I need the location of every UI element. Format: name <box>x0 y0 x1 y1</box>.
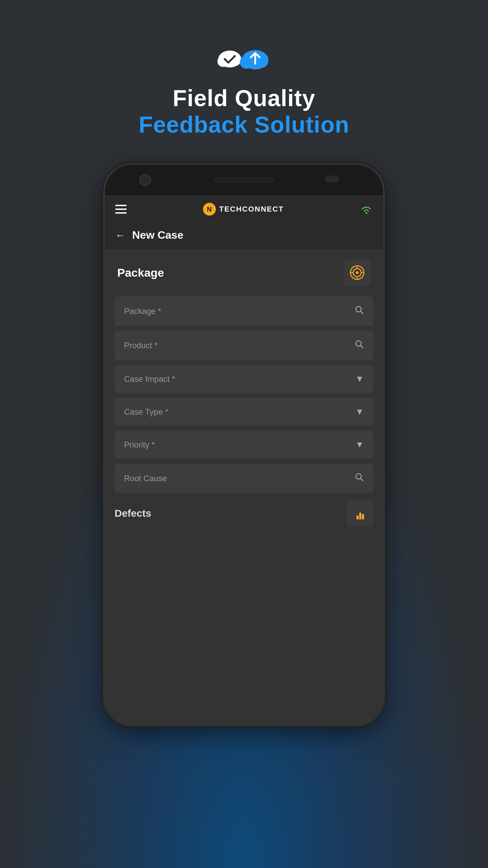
brand-subtitle: Feedback Solution <box>139 111 349 138</box>
product-field[interactable]: Product * <box>115 331 373 360</box>
priority-dropdown-icon: ▼ <box>355 439 364 450</box>
hamburger-line-1 <box>115 205 127 206</box>
front-camera <box>139 174 151 186</box>
package-field[interactable]: Package * <box>115 296 373 326</box>
defects-section-row: Defects <box>115 500 373 527</box>
priority-field-label: Priority * <box>124 440 155 450</box>
scan-target-icon <box>349 264 365 281</box>
root-cause-search-icon <box>354 472 364 484</box>
defects-section-title: Defects <box>115 508 151 519</box>
defects-action-button[interactable] <box>346 500 373 527</box>
svg-rect-17 <box>359 513 361 519</box>
svg-line-15 <box>361 478 363 481</box>
product-search-icon <box>354 339 364 351</box>
phone-sensor <box>325 176 339 182</box>
app-header: N TECHCONNECT <box>105 195 383 223</box>
nav-bar: ← New Case <box>105 223 383 249</box>
phone-device: N TECHCONNECT ← New Case <box>105 165 383 724</box>
hamburger-line-2 <box>115 209 127 210</box>
search-icon <box>354 305 364 317</box>
content-area: Package <box>105 249 383 724</box>
branding-section: Field Quality Feedback Solution <box>139 44 349 138</box>
package-section-header: Package <box>105 249 383 293</box>
svg-point-9 <box>356 271 359 274</box>
case-impact-field-label: Case Impact * <box>124 374 175 384</box>
phone-speaker <box>214 177 274 183</box>
case-type-field[interactable]: Case Type * ▼ <box>115 398 373 426</box>
upload-cloud-icon <box>238 44 272 71</box>
case-type-dropdown-icon: ▼ <box>355 407 364 417</box>
form-fields: Package * Product * <box>105 293 383 496</box>
hamburger-menu[interactable] <box>115 205 127 214</box>
scan-button[interactable] <box>344 259 371 286</box>
hamburger-line-3 <box>115 212 127 214</box>
back-arrow-icon[interactable]: ← <box>115 230 125 241</box>
svg-point-6 <box>365 212 367 214</box>
product-field-label: Product * <box>124 341 158 350</box>
phone-top-bar <box>105 165 383 195</box>
package-field-label: Package * <box>124 307 161 316</box>
brand-title: Field Quality <box>172 85 315 111</box>
package-section-title: Package <box>117 266 164 279</box>
svg-rect-16 <box>357 515 359 519</box>
defects-button-icon <box>352 506 367 521</box>
priority-field[interactable]: Priority * ▼ <box>115 431 373 459</box>
case-impact-field[interactable]: Case Impact * ▼ <box>115 365 373 393</box>
wifi-icon <box>360 204 373 214</box>
app-logo: N TECHCONNECT <box>203 203 284 216</box>
phone-screen: N TECHCONNECT ← New Case <box>105 195 383 724</box>
svg-point-5 <box>256 56 268 68</box>
root-cause-field-label: Root Cause <box>124 474 167 483</box>
defects-section-partial: Defects <box>105 496 383 527</box>
app-name: TECHCONNECT <box>219 205 284 214</box>
root-cause-field[interactable]: Root Cause <box>115 463 373 493</box>
case-type-field-label: Case Type * <box>124 407 168 417</box>
n-logo-badge: N <box>203 203 216 216</box>
svg-line-11 <box>361 311 363 314</box>
svg-rect-18 <box>362 514 364 519</box>
logo-icons <box>216 44 272 71</box>
case-impact-dropdown-icon: ▼ <box>355 374 364 384</box>
svg-line-13 <box>361 346 363 348</box>
page-title: New Case <box>132 229 183 241</box>
